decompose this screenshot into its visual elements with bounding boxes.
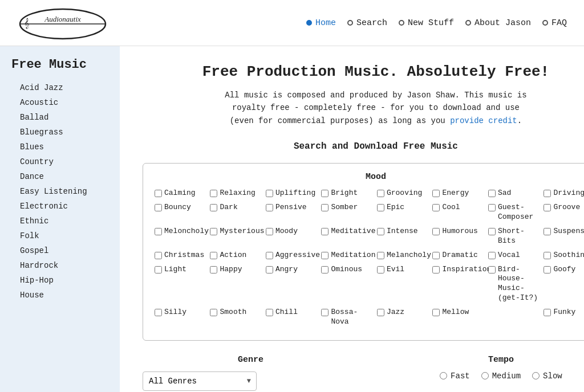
mood-guest-composer-checkbox[interactable] — [488, 204, 496, 211]
mood-dark[interactable]: Dark — [210, 203, 263, 213]
mood-meditation-checkbox[interactable] — [321, 252, 328, 259]
mood-relaxing[interactable]: Relaxing — [210, 189, 263, 198]
mood-energy[interactable]: Energy — [432, 189, 485, 198]
sidebar-item-electronic[interactable]: Electronic — [0, 199, 120, 214]
mood-relaxing-checkbox[interactable] — [210, 190, 217, 197]
mood-intense-checkbox[interactable] — [377, 228, 384, 235]
mood-soothing-checkbox[interactable] — [544, 252, 551, 259]
mood-guest-composer[interactable]: Guest-Composer — [488, 203, 541, 222]
mood-ominous-checkbox[interactable] — [321, 266, 328, 273]
tempo-fast-radio[interactable] — [440, 372, 447, 379]
mood-uplifting[interactable]: Uplifting — [266, 189, 319, 198]
mood-jazz[interactable]: Jazz — [377, 308, 430, 317]
mood-vocal-checkbox[interactable] — [488, 252, 496, 259]
mood-bird-house-checkbox[interactable] — [488, 266, 496, 273]
mood-mellow[interactable]: Mellow — [432, 308, 485, 317]
mood-evil-checkbox[interactable] — [377, 266, 384, 273]
mood-smooth[interactable]: Smooth — [210, 308, 263, 317]
tempo-slow[interactable]: Slow — [532, 371, 562, 381]
mood-sad-checkbox[interactable] — [488, 190, 496, 197]
mood-bird-house[interactable]: Bird-House-Music-(get-It?) — [488, 265, 541, 304]
mood-uplifting-checkbox[interactable] — [266, 190, 273, 197]
mood-calming[interactable]: Calming — [155, 189, 208, 198]
nav-faq[interactable]: FAQ — [542, 18, 567, 28]
mood-moody[interactable]: Moody — [266, 227, 319, 236]
mood-chill[interactable]: Chill — [266, 308, 319, 317]
mood-dark-checkbox[interactable] — [210, 204, 217, 211]
tempo-medium-radio[interactable] — [481, 372, 489, 379]
mood-christmas[interactable]: Christmas — [155, 251, 208, 260]
sidebar-item-bluegrass[interactable]: Bluegrass — [0, 125, 120, 140]
mood-chill-checkbox[interactable] — [266, 309, 273, 316]
mood-cool-checkbox[interactable] — [432, 204, 440, 211]
mood-smooth-checkbox[interactable] — [210, 309, 217, 316]
nav-search[interactable]: Search — [347, 18, 387, 28]
mood-epic[interactable]: Epic — [377, 203, 430, 213]
sidebar-item-ethnic[interactable]: Ethnic — [0, 214, 120, 228]
tempo-slow-radio[interactable] — [532, 372, 540, 379]
mood-mysterious-checkbox[interactable] — [210, 228, 217, 235]
mood-christmas-checkbox[interactable] — [155, 252, 162, 259]
mood-meditative-checkbox[interactable] — [321, 228, 328, 235]
mood-bouncy[interactable]: Bouncy — [155, 203, 208, 213]
mood-goofy[interactable]: Goofy — [544, 265, 584, 275]
mood-suspenseful[interactable]: Suspenseful — [544, 227, 584, 236]
sidebar-item-acoustic[interactable]: Acoustic — [0, 95, 120, 110]
sidebar-item-hip-hop[interactable]: Hip-Hop — [0, 273, 120, 288]
mood-moody-checkbox[interactable] — [266, 228, 273, 235]
mood-action[interactable]: Action — [210, 251, 263, 260]
sidebar-item-blues[interactable]: Blues — [0, 140, 120, 154]
sidebar-item-country[interactable]: Country — [0, 154, 120, 169]
mood-suspenseful-checkbox[interactable] — [544, 228, 551, 235]
sidebar-item-acid-jazz[interactable]: Acid Jazz — [0, 80, 120, 95]
tempo-medium[interactable]: Medium — [481, 371, 521, 381]
mood-happy-checkbox[interactable] — [210, 266, 217, 273]
mood-grooving[interactable]: Grooving — [377, 189, 430, 198]
sidebar-item-folk[interactable]: Folk — [0, 228, 120, 243]
mood-pensive[interactable]: Pensive — [266, 203, 319, 213]
mood-happy[interactable]: Happy — [210, 265, 263, 275]
mood-inspiration[interactable]: Inspiration — [432, 265, 485, 275]
sidebar-item-ballad[interactable]: Ballad — [0, 110, 120, 125]
mood-sad[interactable]: Sad — [488, 189, 541, 198]
mood-dramatic-checkbox[interactable] — [432, 252, 440, 259]
mood-energy-checkbox[interactable] — [432, 190, 440, 197]
mood-inspiration-checkbox[interactable] — [432, 266, 440, 273]
tempo-fast[interactable]: Fast — [440, 371, 470, 381]
mood-goofy-checkbox[interactable] — [544, 266, 551, 273]
mood-angry-checkbox[interactable] — [266, 266, 273, 273]
mood-epic-checkbox[interactable] — [377, 204, 384, 211]
logo[interactable]: Audionautix 𝄞 — [17, 6, 108, 40]
mood-funky-checkbox[interactable] — [544, 309, 551, 316]
mood-groove-checkbox[interactable] — [544, 204, 551, 211]
mood-mellow-checkbox[interactable] — [432, 309, 440, 316]
nav-new-stuff[interactable]: New Stuff — [399, 18, 454, 28]
mood-groove[interactable]: Groove — [544, 203, 584, 213]
mood-calming-checkbox[interactable] — [155, 190, 162, 197]
nav-home[interactable]: Home — [306, 18, 336, 28]
mood-evil[interactable]: Evil — [377, 265, 430, 275]
sidebar-item-gospel[interactable]: Gospel — [0, 243, 120, 258]
mood-humorous-checkbox[interactable] — [432, 228, 440, 235]
mood-ominous[interactable]: Ominous — [321, 265, 374, 275]
mood-action-checkbox[interactable] — [210, 252, 217, 259]
mood-bossa-nova-checkbox[interactable] — [321, 309, 328, 316]
mood-pensive-checkbox[interactable] — [266, 204, 273, 211]
mood-angry[interactable]: Angry — [266, 265, 319, 275]
sidebar-item-dance[interactable]: Dance — [0, 169, 120, 184]
mood-bossa-nova[interactable]: Bossa-Nova — [321, 308, 374, 327]
mood-driving[interactable]: Driving — [544, 189, 584, 198]
mood-grooving-checkbox[interactable] — [377, 190, 384, 197]
mood-meditative[interactable]: Meditative — [321, 227, 374, 236]
mood-driving-checkbox[interactable] — [544, 190, 551, 197]
mood-melancholy[interactable]: Melancholy — [377, 251, 430, 260]
mood-vocal[interactable]: Vocal — [488, 251, 541, 260]
genre-select[interactable]: All Genres Acoustic Jazz Electronic Clas… — [143, 371, 257, 391]
mood-cool[interactable]: Cool — [432, 203, 485, 213]
mood-melancholy-checkbox[interactable] — [377, 252, 384, 259]
mood-soothing[interactable]: Soothing — [544, 251, 584, 260]
mood-bouncy-checkbox[interactable] — [155, 204, 162, 211]
mood-meditation[interactable]: Meditation — [321, 251, 374, 260]
mood-jazz-checkbox[interactable] — [377, 309, 384, 316]
mood-mysterious[interactable]: Mysterious — [210, 227, 263, 236]
